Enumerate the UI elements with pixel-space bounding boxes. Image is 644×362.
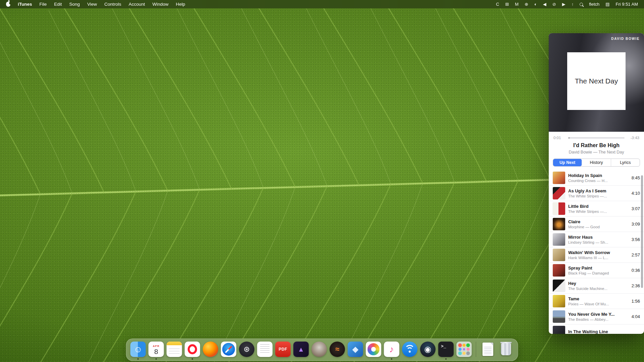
safari-compass (222, 343, 235, 356)
dock-icon-audio-app[interactable]: ≈ (329, 342, 346, 357)
tab-lyrics[interactable]: Lyrics (611, 159, 640, 166)
dock-icon-launchpad[interactable] (456, 342, 473, 357)
menu-clock[interactable]: Fri 9:51 AM (616, 2, 638, 7)
list-item[interactable]: Holiday In Spain Counting Crows — H... 8… (549, 170, 644, 185)
menu-item-controls[interactable]: Controls (104, 2, 121, 7)
song-duration: 3:56 (632, 237, 640, 242)
waveform-glyph: ≈ (335, 346, 339, 353)
song-title: As Ugly As I Seem (568, 188, 629, 193)
menu-item-file[interactable]: File (40, 2, 47, 7)
menu-item-edit[interactable]: Edit (54, 2, 62, 7)
album-art-thumb (553, 264, 565, 277)
progress-row: 0:01 -3:43 (549, 132, 644, 140)
trash-icon (498, 342, 514, 357)
song-artist: Hank Williams III — L... (568, 256, 629, 260)
menu-item-account[interactable]: Account (128, 2, 145, 7)
song-title: Holiday In Spain (568, 173, 629, 178)
menu-item-window[interactable]: Window (152, 2, 168, 7)
list-item[interactable]: Walkin' With Sorrow Hank Williams III — … (549, 247, 644, 262)
upload-icon[interactable]: ↑ (572, 2, 574, 7)
dock-icon-atom-app[interactable]: ⊛ (238, 342, 255, 357)
list-item[interactable]: Spray Paint Black Flag — Damaged 0:36 (549, 262, 644, 278)
dock-icon-safari[interactable] (220, 342, 237, 357)
dock-icon-notes[interactable] (166, 342, 183, 357)
list-item[interactable]: You Never Give Me Y... The Beatles — Abb… (549, 309, 644, 324)
safari-icon (221, 342, 236, 357)
song-title: Spray Paint (568, 265, 629, 270)
itunes-icon: ♪ (384, 342, 399, 357)
search-icon[interactable] (580, 3, 583, 6)
dock-icon-pdf-app[interactable]: PDF (275, 342, 291, 357)
tab-up-next[interactable]: Up Next (553, 159, 582, 166)
dock-icon-gimp[interactable] (311, 342, 328, 357)
dock-icon-photos[interactable] (365, 342, 382, 357)
album-art-thumb (553, 249, 565, 261)
dock-icon-trash[interactable] (498, 342, 515, 357)
album-art-thumb (553, 187, 565, 199)
list-item[interactable]: Hey The Suicide Machine... 2:36 (549, 278, 644, 293)
dock-icon-wifi-app[interactable] (401, 342, 418, 357)
dock-icon-calendar[interactable]: APR 8 (148, 342, 165, 357)
list-item[interactable]: As Ugly As I Seem The White Stripes —...… (549, 185, 644, 201)
list-item[interactable]: Tame Pixies — Wave Of Mu... 1:56 (549, 293, 644, 309)
dock-icon-firefox[interactable] (202, 342, 219, 357)
dock-icon-finder[interactable]: ☺ (130, 342, 147, 357)
elapsed-time: 0:01 (553, 136, 566, 140)
menu-item-view[interactable]: View (87, 2, 97, 7)
volume-icon[interactable]: ◀ (543, 2, 546, 7)
dock: ☺ APR 8 ⊛ (126, 339, 518, 361)
song-duration: 2:57 (632, 252, 640, 257)
username[interactable]: fletch (589, 2, 599, 7)
dock-icon-document[interactable] (480, 342, 496, 357)
input-source-icon[interactable]: ▤ (605, 2, 609, 7)
list-item[interactable]: Little Bird The White Stripes —... 3:07 (549, 201, 644, 216)
notes-icon (167, 342, 182, 357)
progress-bar[interactable] (568, 137, 625, 138)
apple-menu-icon[interactable] (6, 2, 10, 7)
album-artwork: DAVID BOWIE The Next Day (549, 33, 644, 132)
song-duration: 4:04 (632, 314, 640, 319)
album-art-thumb (553, 218, 565, 230)
globe-icon[interactable]: ⊕ (525, 2, 528, 7)
dock-icon-affinity[interactable]: ▲ (293, 342, 310, 357)
pdf-app-icon: PDF (275, 342, 291, 357)
launchpad-icon (457, 342, 472, 357)
wifi-off-icon[interactable]: ⊘ (552, 2, 556, 7)
song-info: Tame Pixies — Wave Of Mu... (568, 296, 629, 306)
dock-icon-cube-app[interactable]: ◆ (347, 342, 364, 357)
dock-icon-terminal[interactable]: >_ (438, 342, 454, 357)
song-duration: 3:09 (632, 222, 640, 227)
dock-icon-steam[interactable]: ◉ (420, 342, 436, 357)
song-info: Spray Paint Black Flag — Damaged (568, 265, 629, 275)
photos-pinwheel (368, 343, 380, 355)
dock-icon-textedit[interactable] (257, 342, 273, 357)
tab-history[interactable]: History (582, 159, 611, 166)
menu-item-song[interactable]: Song (69, 2, 80, 7)
song-title: Hey (568, 281, 629, 286)
dock-icon-music[interactable]: ♪ (383, 342, 400, 357)
menu-app-name[interactable]: iTunes (18, 2, 32, 7)
list-item[interactable]: In The Waiting Line (549, 324, 644, 334)
scrollbar[interactable] (641, 175, 643, 288)
desktop-wallpaper (0, 0, 644, 362)
menu-item-help[interactable]: Help (176, 2, 185, 7)
song-info: Hey The Suicide Machine... (568, 281, 629, 291)
document-page (483, 343, 493, 356)
list-item[interactable]: Mirror Haus Lindsey Stirling — Sh... 3:5… (549, 232, 644, 247)
remaining-time: -3:43 (627, 136, 639, 140)
notes-header-strip (167, 342, 182, 345)
play-icon[interactable]: ▶ (562, 2, 566, 7)
list-item[interactable]: Claire Morphine — Good 3:09 (549, 216, 644, 232)
grid-icon[interactable]: ⊞ (505, 2, 509, 7)
c-app-icon[interactable]: C (496, 2, 499, 7)
song-artist: The Beatles — Abbey... (568, 317, 629, 321)
terminal-icon: >_ (438, 342, 454, 357)
notes-lines (169, 347, 180, 355)
accessibility-icon[interactable]: ◐ (534, 2, 537, 7)
album-cover-square: The Next Day (567, 52, 626, 110)
dock-icon-opera[interactable] (184, 342, 201, 357)
song-title: In The Waiting Line (568, 329, 637, 334)
song-duration: 2:36 (632, 283, 640, 288)
mail-icon[interactable]: M (515, 2, 519, 7)
opera-ring (188, 344, 197, 354)
